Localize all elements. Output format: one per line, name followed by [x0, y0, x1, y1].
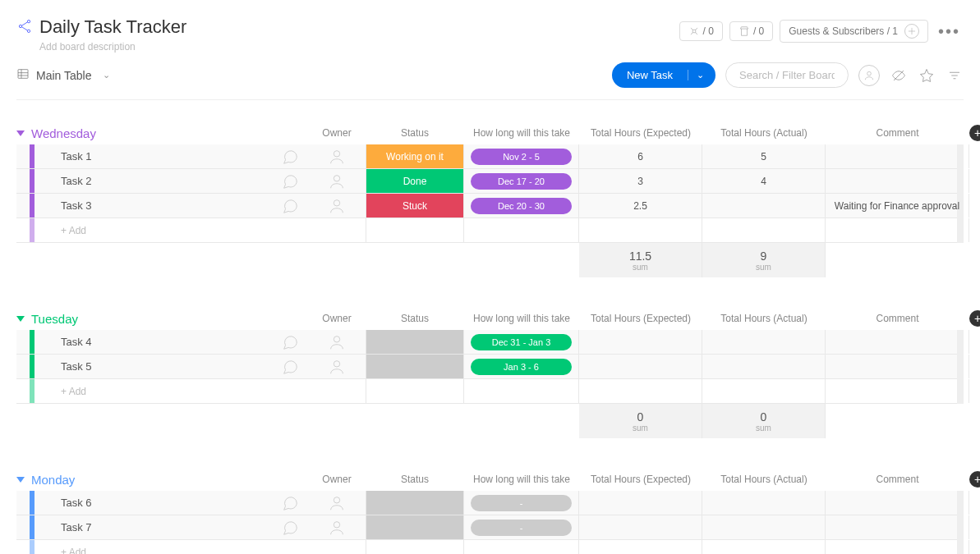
task-name[interactable]: Task 5	[54, 355, 271, 378]
owner-cell[interactable]	[308, 194, 366, 217]
owner-cell[interactable]	[308, 144, 366, 168]
timeline-cell[interactable]: Dec 31 - Jan 3	[464, 330, 579, 354]
view-selector[interactable]: Main Table	[36, 69, 91, 82]
add-column-button[interactable]: +	[969, 125, 980, 141]
task-name[interactable]: Task 3	[54, 194, 271, 217]
column-header-owner[interactable]: Owner	[308, 127, 366, 139]
conversation-button[interactable]	[271, 355, 308, 378]
timeline-cell[interactable]: Dec 17 - 20	[464, 169, 579, 193]
actual-hours-cell[interactable]: 5	[702, 144, 826, 168]
conversation-button[interactable]	[271, 169, 308, 193]
comment-cell[interactable]	[826, 169, 969, 193]
conversation-button[interactable]	[271, 330, 308, 354]
column-header-status[interactable]: Status	[366, 474, 464, 485]
task-name[interactable]: Task 2	[54, 169, 271, 193]
add-task-button[interactable]: + Add	[54, 379, 271, 403]
expected-hours-cell[interactable]	[579, 491, 702, 515]
column-header-comment[interactable]: Comment	[826, 474, 969, 485]
column-header-timeline[interactable]: How long will this take	[464, 127, 579, 139]
task-name[interactable]: Task 7	[54, 515, 271, 539]
integrations-button[interactable]: / 0	[679, 21, 723, 41]
new-task-dropdown-icon[interactable]: ⌄	[688, 70, 704, 80]
timeline-cell[interactable]: Nov 2 - 5	[464, 144, 579, 168]
column-header-owner[interactable]: Owner	[308, 313, 366, 324]
owner-cell[interactable]	[308, 491, 366, 515]
status-cell[interactable]	[366, 515, 464, 539]
column-header-status[interactable]: Status	[366, 313, 464, 324]
conversation-button[interactable]	[271, 144, 308, 168]
new-task-button[interactable]: New Task ⌄	[612, 62, 715, 88]
collapse-icon[interactable]	[16, 477, 25, 483]
group-header[interactable]: Tuesday	[16, 312, 308, 326]
comment-cell[interactable]	[826, 491, 969, 515]
chevron-down-icon[interactable]: ⌄	[103, 70, 110, 80]
add-task-button[interactable]: + Add	[54, 540, 271, 554]
add-task-button[interactable]: + Add	[54, 218, 271, 242]
owner-cell[interactable]	[308, 169, 366, 193]
column-header-timeline[interactable]: How long will this take	[464, 313, 579, 324]
search-input[interactable]	[725, 62, 849, 88]
comment-cell[interactable]	[826, 144, 969, 168]
column-header-expected[interactable]: Total Hours (Expected)	[579, 127, 702, 139]
owner-cell[interactable]	[308, 330, 366, 354]
actual-hours-cell[interactable]	[702, 515, 826, 539]
comment-cell[interactable]	[826, 355, 969, 378]
hide-columns-button[interactable]	[890, 66, 908, 85]
automations-button[interactable]: / 0	[729, 21, 773, 41]
expected-hours-cell[interactable]	[579, 330, 702, 354]
actual-hours-cell[interactable]	[702, 330, 826, 354]
actual-hours-cell[interactable]: 4	[702, 169, 826, 193]
owner-cell[interactable]	[308, 515, 366, 539]
conversation-button[interactable]	[271, 515, 308, 539]
pin-button[interactable]	[918, 66, 936, 85]
timeline-cell[interactable]: -	[464, 515, 579, 539]
column-header-comment[interactable]: Comment	[826, 127, 969, 139]
actual-hours-cell[interactable]	[702, 491, 826, 515]
conversation-button[interactable]	[271, 194, 308, 217]
add-column-button[interactable]: +	[969, 471, 980, 488]
timeline-cell[interactable]: Jan 3 - 6	[464, 355, 579, 378]
column-header-status[interactable]: Status	[366, 127, 464, 139]
status-cell[interactable]: Done	[366, 169, 464, 193]
actual-hours-cell[interactable]	[702, 194, 826, 217]
task-name[interactable]: Task 1	[54, 144, 271, 168]
expected-hours-cell[interactable]: 6	[579, 144, 702, 168]
board-title[interactable]: Daily Task Tracker	[39, 16, 186, 38]
collapse-icon[interactable]	[16, 130, 25, 136]
column-header-actual[interactable]: Total Hours (Actual)	[702, 313, 826, 324]
actual-hours-cell[interactable]	[702, 355, 826, 378]
collapse-icon[interactable]	[16, 316, 25, 322]
column-header-actual[interactable]: Total Hours (Actual)	[702, 127, 826, 139]
status-cell[interactable]: Working on it	[366, 144, 464, 168]
column-header-expected[interactable]: Total Hours (Expected)	[579, 474, 702, 485]
column-header-timeline[interactable]: How long will this take	[464, 474, 579, 485]
board-description-placeholder[interactable]: Add board description	[39, 41, 186, 53]
comment-cell[interactable]	[826, 330, 969, 354]
column-header-actual[interactable]: Total Hours (Actual)	[702, 474, 826, 485]
filter-button[interactable]	[945, 66, 964, 85]
group-header[interactable]: Monday	[16, 473, 308, 487]
task-name[interactable]: Task 6	[54, 491, 271, 515]
more-menu-button[interactable]: •••	[935, 22, 964, 41]
guests-subscribers-button[interactable]: Guests & Subscribers / 1	[780, 20, 928, 43]
comment-cell[interactable]: Waiting for Finance approval	[826, 194, 969, 217]
status-cell[interactable]: Stuck	[366, 194, 464, 217]
expected-hours-cell[interactable]	[579, 355, 702, 378]
expected-hours-cell[interactable]	[579, 515, 702, 539]
column-header-expected[interactable]: Total Hours (Expected)	[579, 313, 702, 324]
group-header[interactable]: Wednesday	[16, 126, 308, 140]
column-header-owner[interactable]: Owner	[308, 474, 366, 485]
person-filter-button[interactable]	[858, 65, 880, 86]
task-name[interactable]: Task 4	[54, 330, 271, 354]
column-header-comment[interactable]: Comment	[826, 313, 969, 324]
owner-cell[interactable]	[308, 355, 366, 378]
timeline-cell[interactable]: -	[464, 491, 579, 515]
timeline-cell[interactable]: Dec 20 - 30	[464, 194, 579, 217]
comment-cell[interactable]	[826, 515, 969, 539]
conversation-button[interactable]	[271, 491, 308, 515]
add-column-button[interactable]: +	[969, 310, 980, 327]
status-cell[interactable]	[366, 330, 464, 354]
status-cell[interactable]	[366, 355, 464, 378]
expected-hours-cell[interactable]: 3	[579, 169, 702, 193]
expected-hours-cell[interactable]: 2.5	[579, 194, 702, 217]
